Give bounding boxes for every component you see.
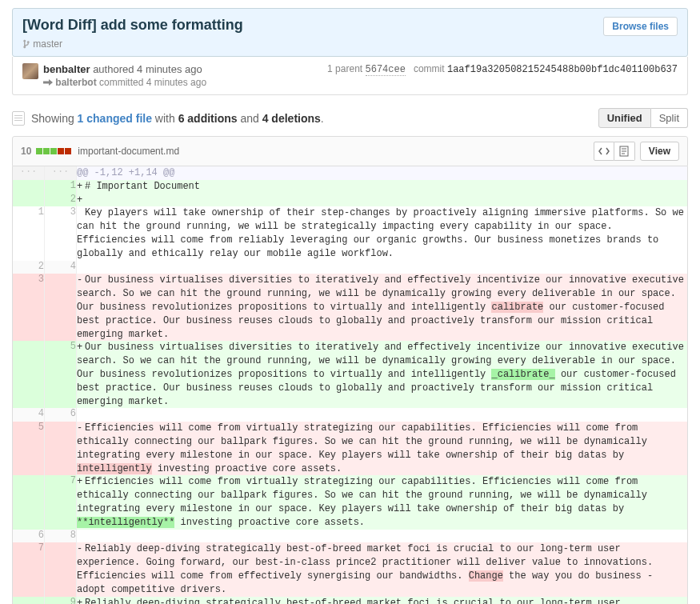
code-icon <box>598 146 610 156</box>
commit-title: [Word Diff] add some formatting <box>22 17 678 34</box>
diff-stat-blocks <box>36 148 71 154</box>
line-num-old <box>13 194 45 207</box>
committer-name[interactable]: balterbot <box>55 77 96 88</box>
diff-row: 9+Reliably deep-diving strategically bes… <box>13 597 688 605</box>
diff-row: 46 <box>13 408 688 422</box>
diff-row: 68 <box>13 530 688 543</box>
toc-icon[interactable] <box>12 111 25 126</box>
diff-row: 24 <box>13 261 688 274</box>
line-num-old <box>13 475 45 529</box>
diff-row: 5-Efficiencies will come from virtually … <box>13 422 688 475</box>
branch-icon <box>22 39 30 49</box>
parent-label: 1 parent <box>327 63 362 74</box>
line-num-old: 3 <box>13 274 45 341</box>
line-num-new: 6 <box>45 408 77 422</box>
file-header: 10 important-document.md View <box>12 136 688 166</box>
code-cell[interactable] <box>77 261 688 274</box>
diff-table: ······@@ -1,12 +1,14 @@1+# Important Doc… <box>12 166 688 604</box>
code-cell[interactable]: + <box>77 194 688 207</box>
line-num-new: 4 <box>45 261 77 274</box>
unified-button[interactable]: Unified <box>598 108 651 128</box>
toc-bar: Showing 1 changed file with 6 additions … <box>12 108 688 128</box>
line-num-old: 7 <box>13 542 45 596</box>
code-cell[interactable]: +# Important Document <box>77 180 688 194</box>
line-num-old <box>13 341 45 408</box>
diff-row: 13 Key players will take ownership of th… <box>13 206 688 260</box>
parent-sha-link[interactable]: 5674cee <box>366 64 406 76</box>
code-cell[interactable]: -Efficiencies will come from virtually s… <box>77 422 688 475</box>
commit-meta: benbalter authored 4 minutes ago balterb… <box>12 57 688 95</box>
code-cell[interactable]: +Our business virtualises diversities to… <box>77 341 688 408</box>
code-cell[interactable]: +Reliably deep-diving strategically best… <box>77 597 688 605</box>
diff-row: 7+Efficiencies will come from virtually … <box>13 475 688 529</box>
branch-row: master <box>22 38 678 50</box>
diff-row: 2+ <box>13 194 688 207</box>
diff-count: 10 <box>21 146 31 157</box>
line-num-new <box>45 542 77 596</box>
line-num-old: 1 <box>13 206 45 260</box>
source-icon-button[interactable] <box>594 142 614 161</box>
line-num-new: 5 <box>45 341 77 408</box>
split-button[interactable]: Split <box>651 108 688 128</box>
line-num-new: 3 <box>45 206 77 260</box>
toc-summary: Showing 1 changed file with 6 additions … <box>31 112 598 125</box>
line-num-old: 5 <box>13 422 45 475</box>
committed-time: committed 4 minutes ago <box>99 77 206 88</box>
file-name[interactable]: important-document.md <box>78 146 179 157</box>
authored-time: authored 4 minutes ago <box>93 63 202 75</box>
committer-arrow-icon <box>43 78 53 86</box>
line-num-old: 6 <box>13 530 45 543</box>
browse-files-button[interactable]: Browse files <box>603 17 678 36</box>
line-num-new: 7 <box>45 475 77 529</box>
code-cell[interactable]: Key players will take ownership of their… <box>77 206 688 260</box>
line-num-new <box>45 274 77 341</box>
line-num-old <box>13 597 45 605</box>
code-cell[interactable]: +Efficiencies will come from virtually s… <box>77 475 688 529</box>
code-cell[interactable]: -Reliably deep-diving strategically best… <box>77 542 688 596</box>
line-num-new: 1 <box>45 180 77 194</box>
line-num-old: 4 <box>13 408 45 422</box>
code-cell[interactable] <box>77 408 688 422</box>
line-num-new: ··· <box>45 166 77 180</box>
author-link[interactable]: benbalter <box>43 63 90 75</box>
line-num-old <box>13 180 45 194</box>
line-num-old: ··· <box>13 166 45 180</box>
diff-row: 5+Our business virtualises diversities t… <box>13 341 688 408</box>
diff-row: 3-Our business virtualises diversities t… <box>13 274 688 341</box>
commit-label: commit <box>414 63 445 74</box>
line-num-new: 2 <box>45 194 77 207</box>
hunk-header: @@ -1,12 +1,14 @@ <box>77 166 688 180</box>
changed-files-link[interactable]: 1 changed file <box>78 112 152 125</box>
line-num-new <box>45 422 77 475</box>
diff-row: 1+# Important Document <box>13 180 688 194</box>
commit-header: Browse files [Word Diff] add some format… <box>12 8 688 57</box>
code-cell[interactable] <box>77 530 688 543</box>
view-button[interactable]: View <box>640 142 679 161</box>
diff-row: 7-Reliably deep-diving strategically bes… <box>13 542 688 596</box>
code-cell[interactable]: -Our business virtualises diversities to… <box>77 274 688 341</box>
diff-view-toggle: Unified Split <box>598 108 688 128</box>
line-num-new: 8 <box>45 530 77 543</box>
line-num-new: 9 <box>45 597 77 605</box>
line-num-old: 2 <box>13 261 45 274</box>
commit-sha: 1aaf19a320508215245488b00bf1dc401100b637 <box>447 64 678 75</box>
branch-name[interactable]: master <box>33 38 62 50</box>
file-icon <box>619 146 629 157</box>
rendered-icon-button[interactable] <box>614 142 635 161</box>
avatar[interactable] <box>22 63 38 79</box>
